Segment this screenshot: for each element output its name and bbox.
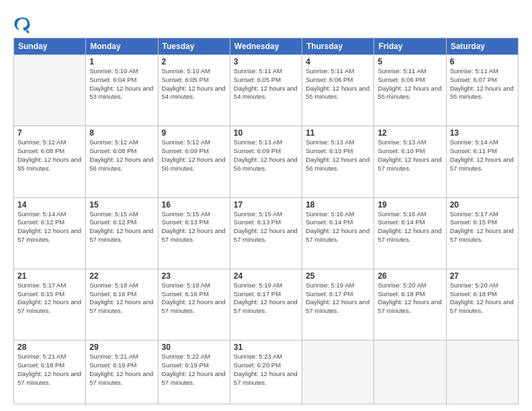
page: SundayMondayTuesdayWednesdayThursdayFrid… [0, 0, 532, 411]
table-row: 13Sunrise: 5:14 AMSunset: 6:11 PMDayligh… [446, 126, 518, 197]
day-number: 16 [162, 200, 226, 210]
table-row: 1Sunrise: 5:10 AMSunset: 6:04 PMDaylight… [86, 55, 158, 126]
day-number: 21 [17, 271, 82, 281]
table-row: 9Sunrise: 5:12 AMSunset: 6:09 PMDaylight… [158, 126, 230, 197]
table-row [374, 340, 446, 404]
day-info: Sunrise: 5:21 AMSunset: 6:18 PMDaylight:… [17, 353, 82, 387]
day-info: Sunrise: 5:12 AMSunset: 6:08 PMDaylight:… [17, 138, 82, 173]
day-info: Sunrise: 5:15 AMSunset: 6:13 PMDaylight:… [234, 210, 298, 244]
day-number: 6 [450, 57, 515, 66]
day-number: 1 [89, 57, 154, 66]
day-info: Sunrise: 5:14 AMSunset: 6:12 PMDaylight:… [17, 210, 82, 244]
calendar-week-row: 28Sunrise: 5:21 AMSunset: 6:18 PMDayligh… [14, 340, 519, 404]
day-number: 15 [89, 200, 154, 210]
day-number: 12 [378, 128, 442, 138]
weekday-header: Saturday [446, 38, 518, 55]
day-info: Sunrise: 5:19 AMSunset: 6:17 PMDaylight:… [234, 281, 298, 316]
day-number: 29 [89, 342, 154, 352]
day-number: 24 [234, 271, 298, 281]
day-number: 3 [234, 57, 298, 66]
day-number: 8 [89, 128, 154, 138]
day-info: Sunrise: 5:22 AMSunset: 6:19 PMDaylight:… [162, 353, 226, 387]
day-info: Sunrise: 5:17 AMSunset: 6:15 PMDaylight:… [17, 281, 82, 316]
day-number: 14 [17, 200, 82, 210]
table-row: 18Sunrise: 5:16 AMSunset: 6:14 PMDayligh… [302, 197, 374, 269]
day-number: 11 [306, 128, 370, 138]
calendar-week-row: 1Sunrise: 5:10 AMSunset: 6:04 PMDaylight… [14, 55, 519, 126]
day-number: 17 [234, 200, 298, 210]
weekday-header-row: SundayMondayTuesdayWednesdayThursdayFrid… [14, 38, 519, 55]
day-number: 2 [162, 57, 226, 66]
day-info: Sunrise: 5:21 AMSunset: 6:19 PMDaylight:… [89, 353, 154, 387]
table-row [302, 340, 374, 404]
day-info: Sunrise: 5:19 AMSunset: 6:17 PMDaylight:… [306, 281, 370, 316]
day-number: 18 [306, 200, 370, 210]
table-row: 23Sunrise: 5:18 AMSunset: 6:16 PMDayligh… [158, 269, 230, 340]
day-info: Sunrise: 5:16 AMSunset: 6:14 PMDaylight:… [306, 210, 370, 244]
day-info: Sunrise: 5:13 AMSunset: 6:10 PMDaylight:… [378, 138, 442, 173]
table-row: 15Sunrise: 5:15 AMSunset: 6:12 PMDayligh… [86, 197, 158, 269]
day-number: 10 [234, 128, 298, 138]
table-row: 27Sunrise: 5:20 AMSunset: 6:18 PMDayligh… [446, 269, 518, 340]
day-number: 25 [306, 271, 370, 281]
day-info: Sunrise: 5:11 AMSunset: 6:06 PMDaylight:… [306, 67, 370, 101]
table-row: 26Sunrise: 5:20 AMSunset: 6:18 PMDayligh… [374, 269, 446, 340]
day-info: Sunrise: 5:12 AMSunset: 6:09 PMDaylight:… [162, 138, 226, 173]
logo-icon [13, 15, 32, 34]
day-number: 23 [162, 271, 226, 281]
table-row: 17Sunrise: 5:15 AMSunset: 6:13 PMDayligh… [230, 197, 302, 269]
day-number: 28 [17, 342, 82, 352]
day-number: 7 [17, 128, 82, 138]
day-info: Sunrise: 5:11 AMSunset: 6:06 PMDaylight:… [378, 67, 442, 101]
header [13, 12, 519, 34]
day-number: 9 [162, 128, 226, 138]
day-info: Sunrise: 5:11 AMSunset: 6:07 PMDaylight:… [450, 67, 515, 101]
day-number: 20 [450, 200, 515, 210]
day-info: Sunrise: 5:20 AMSunset: 6:18 PMDaylight:… [378, 281, 442, 316]
day-info: Sunrise: 5:16 AMSunset: 6:14 PMDaylight:… [378, 210, 442, 244]
table-row: 28Sunrise: 5:21 AMSunset: 6:18 PMDayligh… [14, 340, 86, 404]
day-number: 19 [378, 200, 442, 210]
day-number: 5 [378, 57, 442, 66]
calendar-week-row: 14Sunrise: 5:14 AMSunset: 6:12 PMDayligh… [14, 197, 519, 269]
day-info: Sunrise: 5:18 AMSunset: 6:16 PMDaylight:… [89, 281, 154, 316]
day-number: 13 [450, 128, 515, 138]
logo [13, 15, 34, 34]
table-row: 4Sunrise: 5:11 AMSunset: 6:06 PMDaylight… [302, 55, 374, 126]
table-row: 31Sunrise: 5:23 AMSunset: 6:20 PMDayligh… [230, 340, 302, 404]
day-number: 31 [234, 342, 298, 352]
table-row: 22Sunrise: 5:18 AMSunset: 6:16 PMDayligh… [86, 269, 158, 340]
day-number: 4 [306, 57, 370, 66]
day-info: Sunrise: 5:17 AMSunset: 6:15 PMDaylight:… [450, 210, 515, 244]
table-row: 30Sunrise: 5:22 AMSunset: 6:19 PMDayligh… [158, 340, 230, 404]
table-row: 20Sunrise: 5:17 AMSunset: 6:15 PMDayligh… [446, 197, 518, 269]
table-row: 8Sunrise: 5:12 AMSunset: 6:08 PMDaylight… [86, 126, 158, 197]
day-info: Sunrise: 5:11 AMSunset: 6:05 PMDaylight:… [234, 67, 298, 101]
table-row: 2Sunrise: 5:10 AMSunset: 6:05 PMDaylight… [158, 55, 230, 126]
table-row: 7Sunrise: 5:12 AMSunset: 6:08 PMDaylight… [14, 126, 86, 197]
day-info: Sunrise: 5:23 AMSunset: 6:20 PMDaylight:… [234, 353, 298, 387]
day-info: Sunrise: 5:18 AMSunset: 6:16 PMDaylight:… [162, 281, 226, 316]
weekday-header: Sunday [14, 38, 86, 55]
table-row: 6Sunrise: 5:11 AMSunset: 6:07 PMDaylight… [446, 55, 518, 126]
table-row: 24Sunrise: 5:19 AMSunset: 6:17 PMDayligh… [230, 269, 302, 340]
table-row: 10Sunrise: 5:13 AMSunset: 6:09 PMDayligh… [230, 126, 302, 197]
table-row [14, 55, 86, 126]
day-info: Sunrise: 5:14 AMSunset: 6:11 PMDaylight:… [450, 138, 515, 173]
day-number: 27 [450, 271, 515, 281]
day-number: 26 [378, 271, 442, 281]
day-number: 30 [162, 342, 226, 352]
table-row: 12Sunrise: 5:13 AMSunset: 6:10 PMDayligh… [374, 126, 446, 197]
table-row: 5Sunrise: 5:11 AMSunset: 6:06 PMDaylight… [374, 55, 446, 126]
table-row: 3Sunrise: 5:11 AMSunset: 6:05 PMDaylight… [230, 55, 302, 126]
day-number: 22 [89, 271, 154, 281]
weekday-header: Thursday [302, 38, 374, 55]
day-info: Sunrise: 5:10 AMSunset: 6:04 PMDaylight:… [89, 67, 154, 101]
weekday-header: Friday [374, 38, 446, 55]
calendar-week-row: 21Sunrise: 5:17 AMSunset: 6:15 PMDayligh… [14, 269, 519, 340]
table-row: 11Sunrise: 5:13 AMSunset: 6:10 PMDayligh… [302, 126, 374, 197]
day-info: Sunrise: 5:13 AMSunset: 6:10 PMDaylight:… [306, 138, 370, 173]
table-row: 21Sunrise: 5:17 AMSunset: 6:15 PMDayligh… [14, 269, 86, 340]
day-info: Sunrise: 5:15 AMSunset: 6:12 PMDaylight:… [89, 210, 154, 244]
table-row: 29Sunrise: 5:21 AMSunset: 6:19 PMDayligh… [86, 340, 158, 404]
